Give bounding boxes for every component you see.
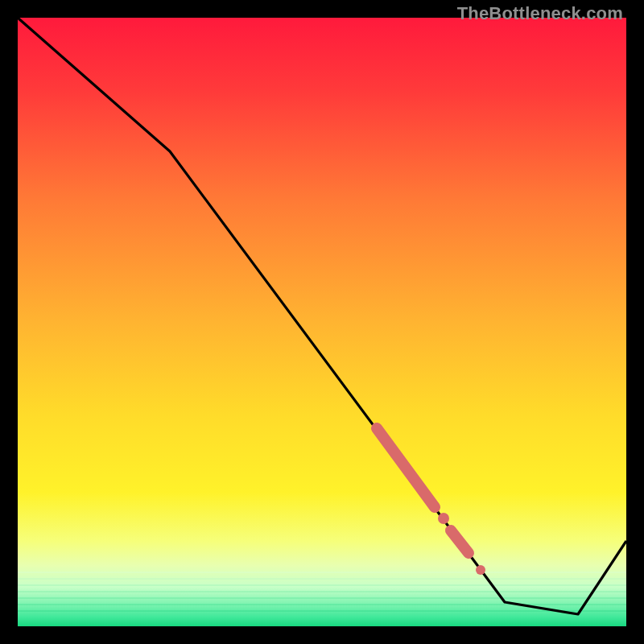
svg-rect-1 bbox=[18, 578, 626, 580]
svg-rect-6 bbox=[18, 610, 626, 612]
gradient-background bbox=[18, 18, 626, 626]
chart-frame: TheBottleneck.com bbox=[0, 0, 644, 644]
chart-svg bbox=[18, 18, 626, 626]
svg-point-8 bbox=[438, 513, 449, 524]
svg-rect-5 bbox=[18, 604, 626, 605]
svg-rect-0 bbox=[18, 572, 626, 573]
svg-rect-4 bbox=[18, 597, 626, 599]
watermark-text: TheBottleneck.com bbox=[457, 3, 623, 24]
svg-rect-2 bbox=[18, 584, 626, 586]
svg-point-10 bbox=[476, 565, 485, 575]
svg-rect-3 bbox=[18, 591, 626, 592]
